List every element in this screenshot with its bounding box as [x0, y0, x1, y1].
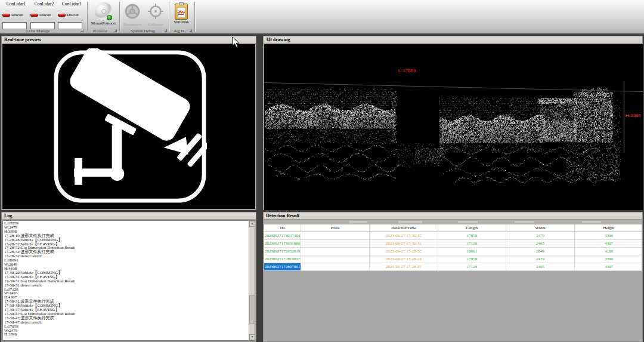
- log-textarea[interactable]: L:17859W:2479H:339617-28-19:波形文件执行完成17-2…: [2, 220, 255, 341]
- table-cell[interactable]: 2465: [506, 240, 575, 247]
- lidar1-title: ConLidar1: [2, 1, 30, 7]
- toolbar-separator: [87, 2, 88, 32]
- table-row[interactable]: 202309271730474642023-09-27 17-30-471785…: [264, 232, 642, 240]
- cctv-camera-icon: [53, 48, 207, 205]
- table-cell[interactable]: 20230927172807001: [264, 263, 301, 270]
- table-cell[interactable]: 2465: [506, 263, 575, 270]
- lidar3-input[interactable]: [58, 22, 82, 29]
- dialog-launcher-icon[interactable]: [114, 29, 117, 32]
- table-cell[interactable]: 17126: [438, 240, 506, 247]
- log-lines: L:17859W:2479H:339617-28-19:波形文件执行完成17-2…: [4, 221, 248, 340]
- table-cell[interactable]: 4307: [575, 240, 642, 247]
- log-line: L:17859: [4, 325, 248, 329]
- point-cloud-canvas[interactable]: [264, 44, 643, 210]
- log-line: W:2465: [4, 291, 248, 295]
- log-line: H:3396: [4, 332, 248, 337]
- column-header-detectiontime[interactable]: DetectionTime: [370, 224, 438, 232]
- log-line: L:17126: [4, 288, 248, 292]
- calibrate-button: Calibrate: [145, 3, 166, 27]
- table-cell[interactable]: 20230927173031860: [264, 240, 301, 247]
- log-panel: Log L:17859W:2479H:339617-28-19:波形文件执行完成…: [1, 212, 256, 342]
- app-window: ConLidar1 Discon ConLidar2 Discon ConLid…: [0, 0, 644, 342]
- column-header-id[interactable]: ID: [264, 224, 301, 232]
- simulink-button[interactable]: Simulink: [171, 4, 191, 24]
- table-cell[interactable]: [301, 248, 370, 255]
- dialog-launcher-icon[interactable]: [164, 29, 167, 32]
- table-cell[interactable]: 4108: [575, 248, 642, 255]
- table-cell[interactable]: 2649: [506, 248, 575, 255]
- table-cell[interactable]: 3396: [575, 232, 642, 239]
- lidar3-discon-button[interactable]: Discon: [58, 12, 85, 18]
- drawing-panel-title: 3D drawing: [264, 36, 642, 44]
- table-cell[interactable]: 10691: [438, 248, 506, 255]
- table-row[interactable]: 202309271730318602023-09-27 17-30-311712…: [264, 240, 642, 248]
- table-row[interactable]: 202309271728070012023-09-27 17-28-071712…: [264, 263, 642, 271]
- toolbar-separator: [119, 2, 120, 32]
- table-cell[interactable]: 17859: [438, 255, 506, 263]
- preview-video-area[interactable]: [2, 44, 255, 209]
- lidar2-discon-button[interactable]: Discon: [30, 12, 58, 18]
- realtime-preview-panel: Real-time preview: [1, 36, 256, 210]
- group-caption-lidar-manage: Lidar Manage: [26, 29, 49, 33]
- table-cell[interactable]: 2479: [506, 232, 575, 239]
- mouse-cursor-icon: [232, 36, 240, 48]
- log-line: 17-28-52:detect result:: [4, 254, 248, 258]
- clipboard-icon: [175, 4, 188, 20]
- status-led-icon: [2, 14, 10, 17]
- log-line: L:10691: [4, 258, 248, 263]
- column-header-width[interactable]: Width: [506, 224, 575, 232]
- height-measure-label: H:3396: [626, 113, 641, 118]
- dialog-launcher-icon[interactable]: [189, 29, 192, 32]
- scrollbar-thumb[interactable]: [249, 295, 255, 323]
- table-cell[interactable]: [301, 263, 370, 270]
- status-led-icon: [30, 14, 38, 17]
- column-header-length[interactable]: Length: [438, 224, 506, 232]
- table-cell[interactable]: 2023-09-27 17-30-47: [370, 232, 438, 239]
- table-cell[interactable]: 2479: [506, 255, 575, 263]
- table-cell[interactable]: 17126: [438, 263, 506, 270]
- point-cloud-view: L:17859 H:3396: [264, 44, 642, 209]
- parameters-button: Parameters: [122, 3, 143, 27]
- group-caption-alg: Alg D…: [174, 29, 188, 33]
- table-cell[interactable]: 2023-09-27 17-30-31: [370, 240, 438, 247]
- table-body: 202309271730474642023-09-27 17-30-471785…: [264, 232, 642, 271]
- mount-protocol-button[interactable]: MountProtocol: [88, 2, 119, 26]
- table-cell[interactable]: 20230927172852819: [264, 248, 301, 255]
- detection-table: IDPlateDetectionTimeLengthWidthHeight 20…: [264, 224, 642, 271]
- lidar-group-2: ConLidar2 Discon: [30, 1, 58, 7]
- lidar1-discon-button[interactable]: Discon: [2, 12, 30, 18]
- preview-panel-title: Real-time preview: [2, 36, 256, 44]
- table-cell[interactable]: 3396: [575, 255, 642, 263]
- ribbon-toolbar: ConLidar1 Discon ConLidar2 Discon ConLid…: [0, 0, 644, 35]
- group-caption-protocol: Protocol: [93, 29, 107, 33]
- log-line: L:17859: [4, 221, 248, 226]
- lidar2-title: ConLidar2: [30, 1, 58, 7]
- log-line: W:2479: [4, 226, 248, 230]
- table-row[interactable]: 202309271728528192023-09-27 17-28-521069…: [264, 248, 642, 255]
- detection-table-area: IDPlateDetectionTimeLengthWidthHeight 20…: [264, 220, 642, 341]
- table-cell[interactable]: 2023-09-27 17-28-19: [370, 255, 438, 263]
- table-cell[interactable]: 20230927173047464: [264, 232, 301, 239]
- dialog-launcher-icon[interactable]: [80, 29, 83, 32]
- lidar3-title: ConLidar3: [58, 1, 85, 7]
- length-measure-label: L:17859: [398, 68, 416, 73]
- lidar1-input[interactable]: [2, 22, 27, 29]
- table-cell[interactable]: [301, 240, 370, 247]
- table-cell[interactable]: 4307: [575, 263, 642, 270]
- table-cell[interactable]: [301, 232, 370, 239]
- table-cell[interactable]: [301, 255, 370, 263]
- log-scrollbar[interactable]: ▲ ▼: [249, 221, 255, 340]
- column-header-plate[interactable]: Plate: [301, 224, 370, 232]
- cd-disc-icon: [94, 2, 113, 21]
- table-cell[interactable]: 20230927172819837: [264, 255, 301, 263]
- table-row[interactable]: 202309271728198372023-09-27 17-28-191785…: [264, 255, 642, 263]
- scroll-up-icon[interactable]: ▲: [249, 221, 255, 227]
- table-cell[interactable]: 2023-09-27 17-28-52: [370, 248, 438, 255]
- toolbar-separator: [194, 2, 195, 32]
- gauge-icon: [124, 3, 141, 20]
- scroll-down-icon[interactable]: ▼: [249, 334, 255, 340]
- table-cell[interactable]: 17859: [438, 232, 506, 239]
- column-header-height[interactable]: Height: [575, 224, 642, 232]
- table-cell[interactable]: 2023-09-27 17-28-07: [370, 263, 438, 270]
- detection-result-panel: Detection Result IDPlateDetectionTimeLen…: [263, 212, 643, 342]
